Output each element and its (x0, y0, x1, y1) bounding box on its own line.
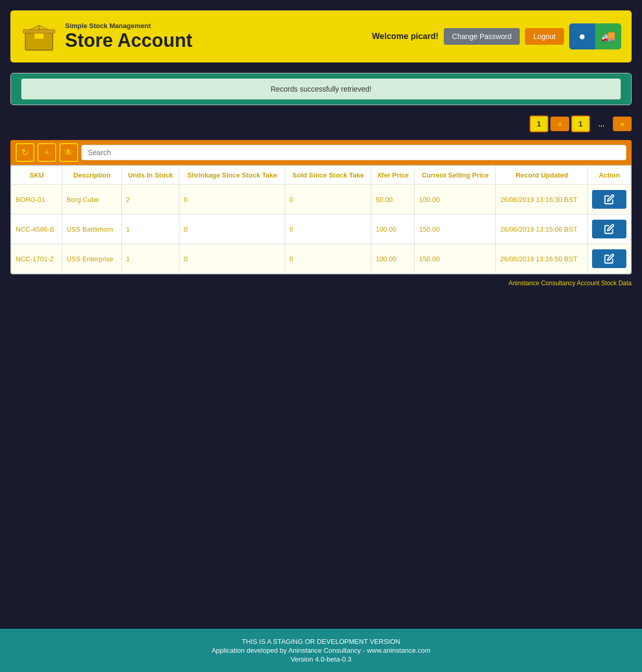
header-left: Simple Stock Management Store Account (21, 18, 192, 55)
cell-shrinkage: 0 (179, 185, 285, 214)
logout-button[interactable]: Logout (525, 28, 564, 45)
col-sold: Sold Since Stock Take (285, 166, 371, 185)
cell-xfer-price: 100.00 (371, 214, 415, 244)
cell-sold: 0 (285, 244, 371, 274)
app-subtitle: Simple Stock Management (65, 22, 192, 30)
table-credit: Aninstance Consultancy Account Stock Dat… (10, 280, 632, 287)
footer-line2: Application developed by Aninstance Cons… (8, 646, 634, 654)
header-right: Welcome picard! Change Password Logout ●… (372, 23, 621, 49)
alert-card: Records successfully retrieved! (10, 73, 632, 105)
edit-button[interactable] (592, 190, 626, 209)
stock-table-container: SKU Description Units In Stock Shrinkage… (10, 165, 632, 274)
table-row: BORG-01 Borg Cube 2 0 0 50.00 100.00 26/… (11, 185, 631, 214)
alert-message: Records successfully retrieved! (271, 85, 371, 93)
cell-sku: BORG-01 (11, 185, 62, 214)
page-1-button[interactable]: 1 (530, 116, 548, 132)
cell-xfer-price: 100.00 (371, 244, 415, 274)
cell-record-updated: 26/06/2019 13:16:30 BST (496, 185, 588, 214)
add-button[interactable]: + (37, 143, 56, 162)
app-title: Store Account (65, 30, 192, 52)
cell-sku: NCC-4586-B (11, 214, 62, 244)
edit-button[interactable] (592, 220, 626, 238)
cell-description: USS Battlehorn (62, 214, 121, 244)
cell-description: USS Enterprise (62, 244, 121, 274)
refresh-button[interactable]: ↻ (16, 143, 34, 162)
cell-sold: 0 (285, 185, 371, 214)
cell-units-in-stock: 2 (122, 185, 179, 214)
view-button[interactable]: 👁 (59, 143, 78, 162)
cell-selling-price: 150.00 (415, 244, 496, 274)
svg-rect-4 (23, 30, 55, 33)
footer: THIS IS A STAGING OR DEVELOPMENT VERSION… (0, 629, 642, 672)
cell-record-updated: 26/06/2019 13:15:06 BST (496, 214, 588, 244)
search-input[interactable] (81, 145, 626, 160)
col-sku: SKU (11, 166, 62, 185)
cell-selling-price: 100.00 (415, 185, 496, 214)
header: Simple Stock Management Store Account We… (10, 10, 632, 62)
col-selling-price: Current Selling Price (415, 166, 496, 185)
col-shrinkage: Shrinkage Since Stock Take (179, 166, 285, 185)
cell-units-in-stock: 1 (122, 214, 179, 244)
cell-action (588, 214, 631, 244)
footer-line3: Version 4.0-beta-0.3 (8, 655, 634, 663)
cell-shrinkage: 0 (179, 214, 285, 244)
toolbar: ↻ + 👁 (10, 140, 632, 165)
truck-icon-button[interactable]: 🚚 (595, 23, 621, 49)
cell-xfer-price: 50.00 (371, 185, 415, 214)
header-title-block: Simple Stock Management Store Account (65, 22, 192, 52)
edit-button[interactable] (592, 249, 626, 268)
cell-sold: 0 (285, 214, 371, 244)
col-units-in-stock: Units In Stock (122, 166, 179, 185)
current-page-button[interactable]: 1 (571, 116, 590, 132)
cell-selling-price: 150.00 (415, 214, 496, 244)
next-button[interactable]: » (613, 117, 632, 131)
ellipsis: ... (592, 117, 611, 131)
cell-shrinkage: 0 (179, 244, 285, 274)
table-header-row: SKU Description Units In Stock Shrinkage… (11, 166, 631, 185)
col-xfer-price: Xfer Price (371, 166, 415, 185)
table-body: BORG-01 Borg Cube 2 0 0 50.00 100.00 26/… (11, 185, 631, 274)
table-row: NCC-4586-B USS Battlehorn 1 0 0 100.00 1… (11, 214, 631, 244)
change-password-button[interactable]: Change Password (444, 28, 520, 45)
user-icon-button[interactable]: ● (569, 23, 595, 49)
alert-inner: Records successfully retrieved! (21, 79, 621, 99)
cell-description: Borg Cube (62, 185, 121, 214)
col-action: Action (588, 166, 631, 185)
cell-action (588, 185, 631, 214)
cell-units-in-stock: 1 (122, 244, 179, 274)
table-row: NCC-1701-Z USS Enterprise 1 0 0 100.00 1… (11, 244, 631, 274)
cell-record-updated: 26/06/2019 13:16:50 BST (496, 244, 588, 274)
footer-line1: THIS IS A STAGING OR DEVELOPMENT VERSION (8, 638, 634, 645)
box-icon (21, 18, 57, 55)
cell-sku: NCC-1701-Z (11, 244, 62, 274)
welcome-text: Welcome picard! (372, 32, 439, 41)
stock-table: SKU Description Units In Stock Shrinkage… (11, 166, 631, 274)
col-description: Description (62, 166, 121, 185)
cell-action (588, 244, 631, 274)
pagination: 1 « 1 ... » (10, 116, 632, 132)
col-record-updated: Record Updated (496, 166, 588, 185)
header-icons: ● 🚚 (569, 23, 621, 49)
prev-button[interactable]: « (550, 117, 569, 131)
